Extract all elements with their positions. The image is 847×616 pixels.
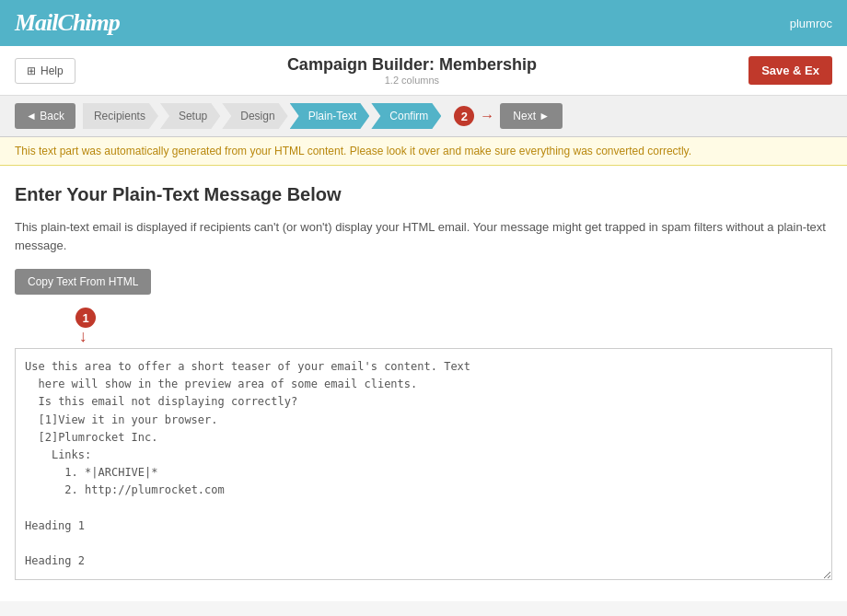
back-button[interactable]: ◄ Back — [15, 103, 75, 129]
main-content: Enter Your Plain-Text Message Below This… — [0, 166, 847, 601]
section-title: Enter Your Plain-Text Message Below — [15, 184, 832, 205]
step-design[interactable]: Design — [222, 103, 287, 129]
step-setup[interactable]: Setup — [160, 103, 220, 129]
sub-header: ⊞ Help Campaign Builder: Membership 1.2 … — [0, 46, 847, 96]
wizard-nav: ◄ Back Recipients Setup Design Plain-Tex… — [0, 96, 847, 137]
next-button[interactable]: Next ► — [500, 103, 563, 129]
next-btn-wrapper: 2 → Next ► — [448, 103, 563, 129]
copy-badge: 1 — [75, 308, 96, 328]
save-exit-button[interactable]: Save & Ex — [748, 56, 832, 85]
logo: MailChimp — [15, 9, 120, 37]
description: This plain-text email is displayed if re… — [15, 218, 832, 254]
step-plain-text[interactable]: Plain-Text — [290, 103, 370, 129]
username: plumroc — [790, 17, 832, 30]
down-arrow-icon: ↓ — [79, 328, 87, 344]
notice-bar: This text part was automatically generat… — [0, 137, 847, 166]
campaign-title: Campaign Builder: Membership 1.2 columns — [75, 55, 748, 86]
help-button[interactable]: ⊞ Help — [15, 58, 75, 84]
step-confirm[interactable]: Confirm — [371, 103, 441, 129]
plain-text-textarea[interactable]: Use this area to offer a short teaser of… — [15, 348, 832, 580]
step-badge: 2 — [454, 106, 474, 126]
grid-icon: ⊞ — [27, 64, 36, 77]
top-header: MailChimp plumroc — [0, 0, 847, 46]
wizard-steps: Recipients Setup Design Plain-Text Confi… — [83, 103, 441, 129]
arrow-right-icon: → — [480, 108, 494, 124]
step-recipients[interactable]: Recipients — [83, 103, 158, 129]
copy-text-button[interactable]: Copy Text From HTML — [15, 269, 151, 295]
